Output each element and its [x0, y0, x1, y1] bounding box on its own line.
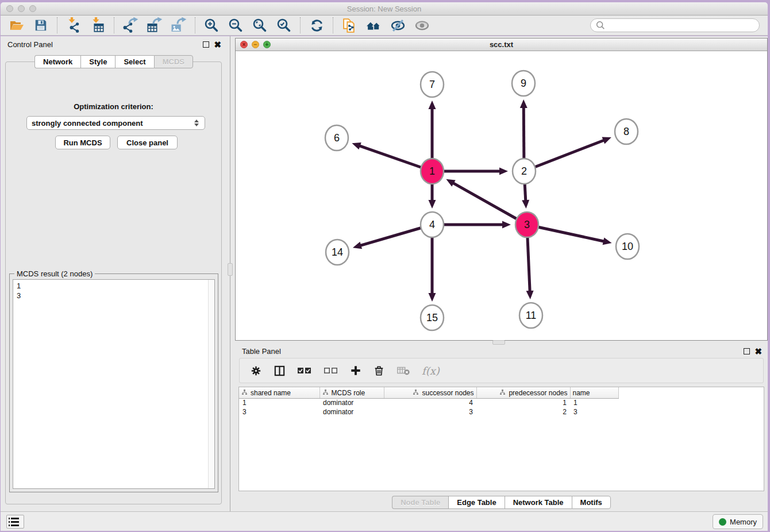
tree-icon	[499, 389, 506, 395]
result-scrollbar[interactable]	[208, 280, 214, 488]
table-cell[interactable]: 2	[476, 407, 570, 417]
table-cell[interactable]: 1	[570, 398, 618, 407]
node-label: 1	[429, 165, 435, 177]
vertical-splitter[interactable]	[227, 36, 235, 511]
dropdown-stepper-icon	[194, 119, 199, 126]
node-label: 11	[526, 310, 537, 321]
houses-icon[interactable]	[365, 17, 382, 33]
zoom-selected-icon[interactable]	[276, 17, 292, 33]
right-pane: × − + scc.txt 1234678910111415 Table Pan…	[235, 36, 768, 511]
memory-status-icon	[719, 518, 726, 526]
table-cell[interactable]: 3	[239, 407, 319, 417]
table-cell[interactable]: 1	[476, 398, 570, 407]
edge-arrowhead	[429, 200, 436, 209]
table-cell[interactable]: 3	[570, 407, 618, 417]
mcds-panel: Optimization criterion: strongly connect…	[5, 61, 222, 504]
tab-network-table[interactable]: Network Table	[505, 496, 572, 509]
node-table[interactable]: shared name MCDS role successor nodes pr…	[238, 387, 764, 491]
table-cell[interactable]: dominator	[319, 398, 384, 407]
tab-node-table[interactable]: Node Table	[392, 496, 448, 509]
eye-icon[interactable]	[414, 17, 430, 33]
splitter-grip[interactable]	[228, 263, 233, 276]
tab-motifs[interactable]: Motifs	[572, 496, 611, 509]
network-window: × − + scc.txt 1234678910111415	[235, 38, 768, 341]
tab-edge-table[interactable]: Edge Table	[448, 496, 504, 509]
edge-arrowhead	[352, 142, 361, 149]
deselect-all-icon[interactable]	[324, 366, 338, 375]
select-all-icon[interactable]	[297, 366, 312, 375]
node-label: 2	[521, 165, 527, 177]
tree-icon	[413, 389, 419, 395]
graph-edge[interactable]	[452, 183, 527, 225]
mcds-result-text[interactable]: 1 3	[13, 279, 215, 489]
node-table-body: 1dominator4113dominator323	[239, 398, 618, 417]
search-box[interactable]	[590, 18, 760, 32]
search-icon	[595, 20, 606, 30]
optimization-criterion-dropdown[interactable]: strongly connected component	[26, 116, 205, 130]
tab-select[interactable]: Select	[115, 55, 153, 68]
zoom-fit-icon[interactable]	[252, 17, 268, 33]
save-session-icon[interactable]	[33, 17, 49, 33]
search-input[interactable]	[606, 21, 754, 29]
table-cell[interactable]: dominator	[319, 407, 384, 417]
table-row[interactable]: 1dominator411	[239, 398, 618, 407]
edge-arrowhead	[502, 221, 511, 229]
control-panel-header: Control Panel ✖	[1, 36, 227, 52]
graph-edge[interactable]	[524, 140, 605, 171]
close-table-panel-icon[interactable]: ✖	[754, 348, 762, 354]
plus-icon[interactable]	[350, 365, 361, 376]
columns-icon[interactable]	[274, 365, 286, 377]
tab-network[interactable]: Network	[34, 55, 80, 68]
node-label: 14	[332, 246, 343, 258]
edge-arrowhead	[499, 168, 508, 175]
memory-button[interactable]: Memory	[713, 514, 763, 529]
column-header-mcds-role[interactable]: MCDS role	[319, 387, 384, 398]
edge-arrowhead	[429, 293, 436, 302]
network-canvas[interactable]: 1234678910111415	[236, 51, 767, 340]
table-tabs: Node Table Edge Table Network Table Moti…	[392, 496, 611, 509]
main-toolbar	[1, 16, 768, 36]
control-panel-tabs: Network Style Select MCDS	[34, 55, 193, 68]
zoom-out-icon[interactable]	[228, 17, 244, 33]
edge-arrowhead	[602, 137, 611, 144]
control-panel-title: Control Panel	[7, 40, 53, 49]
horizontal-splitter-grip[interactable]	[492, 340, 505, 345]
network-graph[interactable]: 1234678910111415	[236, 51, 768, 341]
network-window-titlebar[interactable]: × − + scc.txt	[236, 38, 767, 51]
network-document-icon[interactable]	[341, 17, 357, 33]
edge-arrowhead	[353, 242, 362, 249]
eye-crossed-icon[interactable]	[390, 17, 406, 33]
export-network-icon[interactable]	[122, 17, 138, 33]
task-history-button[interactable]	[6, 515, 24, 529]
edge-arrowhead	[522, 200, 529, 209]
import-network-icon[interactable]	[66, 17, 82, 33]
column-header-name[interactable]: name	[570, 387, 618, 398]
table-cell[interactable]: 4	[384, 398, 476, 407]
column-header-successor-nodes[interactable]: successor nodes	[384, 387, 476, 398]
float-table-panel-icon[interactable]	[744, 348, 750, 354]
table-row[interactable]: 3dominator323	[239, 407, 618, 417]
close-panel-button[interactable]: Close panel	[117, 136, 178, 149]
column-header-shared-name[interactable]: shared name	[239, 387, 319, 398]
tab-mcds[interactable]: MCDS	[154, 55, 193, 68]
float-panel-icon[interactable]	[203, 41, 209, 48]
table-toolbar: f(x)	[239, 358, 764, 383]
table-cell[interactable]: 3	[384, 407, 476, 417]
node-label: 10	[622, 241, 633, 252]
column-header-predecessor-nodes[interactable]: predecessor nodes	[476, 387, 570, 398]
refresh-icon[interactable]	[309, 17, 325, 33]
run-mcds-button[interactable]: Run MCDS	[55, 136, 110, 149]
close-panel-icon[interactable]: ✖	[214, 41, 221, 48]
trash-icon[interactable]	[373, 365, 385, 377]
gear-icon[interactable]	[250, 365, 262, 377]
memory-label: Memory	[730, 518, 757, 526]
export-image-icon[interactable]	[171, 17, 187, 33]
import-table-icon[interactable]	[90, 17, 106, 33]
export-table-icon[interactable]	[147, 17, 163, 33]
zoom-in-icon[interactable]	[203, 17, 220, 33]
table-cell[interactable]: 1	[239, 398, 319, 407]
open-file-icon[interactable]	[9, 17, 25, 33]
dropdown-value: strongly connected component	[32, 119, 194, 128]
tab-style[interactable]: Style	[80, 55, 115, 68]
window-title: Session: New Session	[1, 5, 768, 13]
